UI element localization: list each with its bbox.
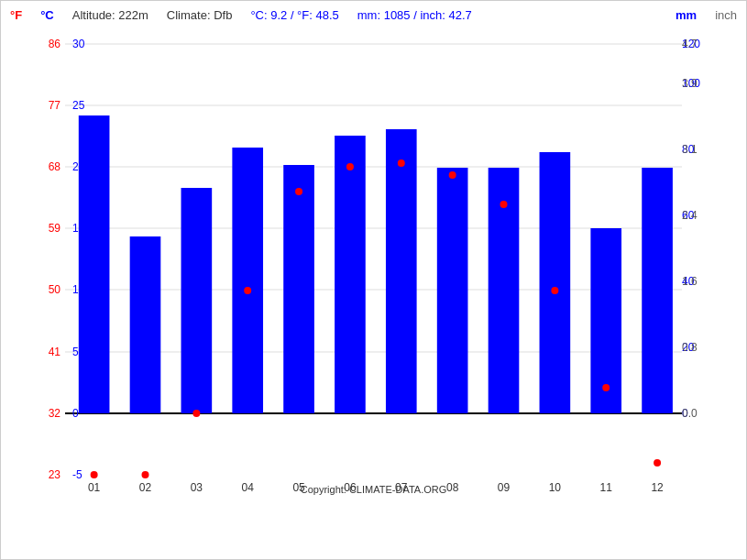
y-left-f-20: 68 xyxy=(49,160,61,173)
y-right-inch-08: 0.8 xyxy=(682,341,698,354)
precip-info: mm: 1085 / inch: 42.7 xyxy=(357,8,472,22)
x-label-04: 04 xyxy=(242,481,255,494)
bar-08 xyxy=(437,168,468,413)
x-label-10: 10 xyxy=(549,481,562,494)
y-left-c-25: 25 xyxy=(72,99,85,112)
inch-unit: inch xyxy=(715,8,737,22)
bar-02 xyxy=(130,236,161,413)
main-chart: 01 02 03 04 05 06 07 08 09 10 11 12 86 7… xyxy=(65,26,682,493)
y-right-inch-47: 4.7 xyxy=(682,38,698,50)
bar-12 xyxy=(642,168,673,413)
y-right-inch-16: 1.6 xyxy=(682,275,698,288)
x-label-02: 02 xyxy=(139,481,152,494)
temp-dot-10 xyxy=(551,287,558,294)
chart-container: °F °C Altitude: 222m Climate: Dfb °C: 9.… xyxy=(0,0,747,560)
y-left-f-5: 41 xyxy=(49,346,61,358)
y-left-c-n5: -5 xyxy=(72,468,82,481)
y-left-f-15: 59 xyxy=(49,222,61,235)
temp-dot-08 xyxy=(449,171,456,179)
y-left-c-20: 20 xyxy=(72,160,85,173)
y-left-c-15: 15 xyxy=(72,222,85,235)
x-label-01: 01 xyxy=(88,481,101,494)
temp-dot-05 xyxy=(295,188,302,195)
x-label-11: 11 xyxy=(600,481,613,494)
y-right-inch-0: 0.0 xyxy=(682,407,698,420)
bar-05 xyxy=(283,165,314,413)
temp-dot-04 xyxy=(244,287,251,294)
chart-header: °F °C Altitude: 222m Climate: Dfb °C: 9.… xyxy=(1,1,746,26)
y-left-c-10: 10 xyxy=(72,283,85,296)
x-label-09: 09 xyxy=(498,481,511,494)
x-label-07: 07 xyxy=(395,481,408,494)
y-left-f-n5: 23 xyxy=(49,468,61,481)
bar-03 xyxy=(181,188,213,413)
climate-info: Climate: Dfb xyxy=(167,8,233,22)
y-left-f-30: 86 xyxy=(49,38,61,50)
y-right-inch-31: 3.1 xyxy=(682,143,698,156)
x-label-12: 12 xyxy=(651,481,664,494)
altitude-info: Altitude: 222m xyxy=(72,8,148,22)
mm-unit: mm xyxy=(676,8,697,22)
bar-04 xyxy=(232,148,263,413)
bar-10 xyxy=(540,152,571,413)
y-left-c-5: 5 xyxy=(72,346,79,358)
f-label: °F xyxy=(10,8,22,22)
temp-dot-11 xyxy=(602,384,610,391)
y-left-c-0: 0 xyxy=(72,407,79,420)
y-left-f-25: 77 xyxy=(49,99,61,112)
temp-dot-02 xyxy=(141,471,148,478)
temp-dot-03 xyxy=(192,410,200,417)
temp-info: °C: 9.2 / °F: 48.5 xyxy=(250,8,338,22)
y-left-f-10: 50 xyxy=(49,283,61,296)
x-label-03: 03 xyxy=(191,481,203,494)
y-left-c-30: 30 xyxy=(72,38,85,50)
bar-07 xyxy=(386,129,417,413)
y-right-inch-24: 2.4 xyxy=(682,209,698,222)
x-label-08: 08 xyxy=(446,481,459,494)
x-label-05: 05 xyxy=(292,481,305,494)
temp-dot-07 xyxy=(398,159,405,167)
temp-dot-09 xyxy=(500,201,508,208)
bar-06 xyxy=(335,136,366,413)
temp-dot-01 xyxy=(91,471,98,478)
y-right-inch-39: 3.9 xyxy=(682,77,698,90)
c-label: °C xyxy=(40,8,54,22)
x-label-06: 06 xyxy=(344,481,357,494)
temp-dot-06 xyxy=(346,163,354,170)
y-left-f-0: 32 xyxy=(49,407,61,420)
temp-dot-12 xyxy=(654,459,661,467)
